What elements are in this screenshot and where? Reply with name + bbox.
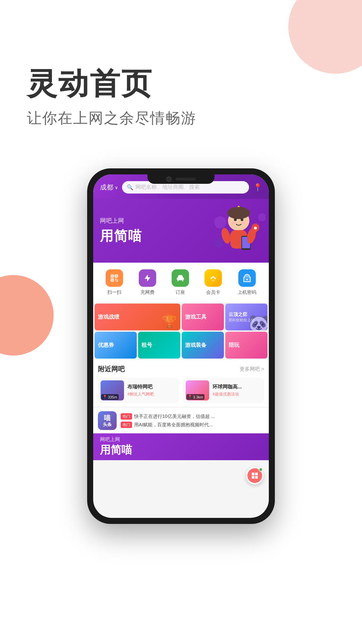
bottom-peek-subtitle: 网吧上网 xyxy=(100,436,132,443)
location-pin-button[interactable]: 📍 xyxy=(253,183,262,192)
front-camera xyxy=(166,176,172,182)
feature-coupon-label: 优惠券 xyxy=(98,342,114,349)
floating-action-button[interactable] xyxy=(246,467,263,484)
phone-notch xyxy=(147,174,215,184)
nearby-title: 附近网吧 xyxy=(98,365,125,374)
news-text-1: 快手正在进行10亿美元融资，估值超 ... xyxy=(134,414,215,420)
svg-rect-23 xyxy=(112,279,113,280)
action-book-label: 订座 xyxy=(176,289,185,296)
nearby-header: 附近网吧 更多网吧 > xyxy=(98,365,264,374)
action-password[interactable]: 上机密码 xyxy=(238,269,256,296)
nearby-info-1: 布瑞特网吧 #附近人气网吧 xyxy=(127,384,176,397)
banner-text: 网吧上网 用简喵 xyxy=(100,217,142,245)
svg-text:VIP: VIP xyxy=(212,279,215,282)
svg-point-5 xyxy=(241,218,243,221)
svg-point-30 xyxy=(246,279,248,280)
app-banner: 网吧上网 用简喵 xyxy=(93,199,269,263)
feature-grid: 游戏战绩 🏆 游戏工具 云顶之弈 黑科技助你上分 🐼 优惠券 xyxy=(95,304,267,359)
svg-point-3 xyxy=(227,207,250,219)
nearby-list: 📍 335m 布瑞特网吧 #附近人气网吧 xyxy=(98,378,264,403)
phone-frame: 成都 ∨ 🔍 网吧名称、地址商圈、搜索 📍 网吧上网 用简喵 xyxy=(87,168,275,524)
svg-rect-26 xyxy=(178,275,182,276)
feature-cloud-top[interactable]: 云顶之弈 黑科技助你上分 🐼 xyxy=(225,304,267,330)
password-icon xyxy=(238,269,256,287)
action-password-label: 上机密码 xyxy=(238,289,256,296)
news-list: 热门 快手正在进行10亿美元融资，估值超 ... 热门 用AI赋能，百度将全面拥… xyxy=(121,413,264,428)
recharge-icon xyxy=(139,269,156,287)
svg-rect-28 xyxy=(182,280,183,281)
news-logo: 喵 头条 xyxy=(98,411,117,430)
nearby-item-1[interactable]: 📍 335m 布瑞特网吧 #附近人气网吧 xyxy=(98,378,179,403)
float-notification-dot xyxy=(259,468,263,472)
nearby-name-2: 环球网咖高... xyxy=(213,384,261,390)
feature-equipment[interactable]: 游戏装备 xyxy=(182,332,224,359)
svg-point-17 xyxy=(214,238,223,247)
banner-title: 用简喵 xyxy=(100,227,142,245)
scan-icon xyxy=(106,269,123,287)
action-scan[interactable]: 扫一扫 xyxy=(106,269,123,296)
feature-accompany-label: 陪玩 xyxy=(229,342,239,349)
svg-rect-21 xyxy=(112,275,113,276)
nearby-tag-2: #超值优惠活动 xyxy=(213,391,261,397)
svg-point-6 xyxy=(231,222,235,224)
hero-subtitle: 让你在上网之余尽情畅游 xyxy=(27,108,335,128)
location-dropdown-icon: ∨ xyxy=(115,185,118,190)
nearby-info-2: 环球网咖高... #超值优惠活动 xyxy=(213,384,261,397)
book-icon xyxy=(172,269,189,287)
hot-badge-1: 热门 xyxy=(121,413,132,420)
nearby-more-button[interactable]: 更多网吧 > xyxy=(240,366,264,372)
feature-game-score-label: 游戏战绩 xyxy=(98,314,119,321)
news-text-2: 用AI赋能，百度将全面拥抱视频时代... xyxy=(134,422,213,428)
action-book[interactable]: 订座 xyxy=(172,269,189,296)
svg-rect-33 xyxy=(252,476,254,479)
feature-equipment-label: 游戏装备 xyxy=(185,342,206,349)
action-vip-label: 会员卡 xyxy=(206,289,220,296)
nearby-section: 附近网吧 更多网吧 > 📍 335m xyxy=(93,360,269,407)
feature-game-tools[interactable]: 游戏工具 xyxy=(182,304,224,330)
svg-rect-22 xyxy=(116,275,117,276)
location-button[interactable]: 成都 ∨ xyxy=(100,183,118,192)
svg-point-14 xyxy=(254,227,257,229)
distance-badge-1: 📍 335m xyxy=(101,394,119,400)
feature-game-tools-label: 游戏工具 xyxy=(185,314,206,321)
action-recharge-label: 充网费 xyxy=(140,289,155,296)
search-icon: 🔍 xyxy=(127,184,133,191)
svg-rect-24 xyxy=(177,277,184,280)
quick-actions: 扫一扫 充网费 xyxy=(93,263,269,302)
svg-point-7 xyxy=(242,222,246,224)
feature-accompany[interactable]: 陪玩 xyxy=(225,332,267,359)
news-logo-text: 喵 头条 xyxy=(103,414,112,427)
nearby-item-2[interactable]: 📍 3.3km 环球网咖高... #超值优惠活动 xyxy=(183,378,264,403)
feature-game-score[interactable]: 游戏战绩 🏆 xyxy=(95,304,180,330)
phone-wrapper: 成都 ∨ 🔍 网吧名称、地址商圈、搜索 📍 网吧上网 用简喵 xyxy=(0,168,362,544)
distance-badge-2: 📍 3.3km xyxy=(186,394,204,400)
svg-rect-31 xyxy=(252,473,254,475)
nearby-thumb-2: 📍 3.3km xyxy=(186,380,209,400)
svg-rect-34 xyxy=(255,476,258,479)
location-text: 成都 xyxy=(100,183,113,192)
news-item-2[interactable]: 热门 用AI赋能，百度将全面拥抱视频时代... xyxy=(121,422,264,428)
nearby-tag-1: #附近人气网吧 xyxy=(127,391,176,397)
phone-screen: 成都 ∨ 🔍 网吧名称、地址商圈、搜索 📍 网吧上网 用简喵 xyxy=(93,174,269,518)
bottom-peek-title: 用简喵 xyxy=(100,443,132,458)
search-placeholder-text: 网吧名称、地址商圈、搜索 xyxy=(135,184,200,191)
feature-coupon[interactable]: 优惠券 xyxy=(95,332,137,359)
action-recharge[interactable]: 充网费 xyxy=(139,269,156,296)
feature-rent[interactable]: 租号 xyxy=(138,332,180,359)
nearby-name-1: 布瑞特网吧 xyxy=(127,384,176,390)
vip-icon: VIP xyxy=(204,269,222,287)
svg-rect-32 xyxy=(255,473,258,475)
svg-point-15 xyxy=(214,216,226,228)
phone-speaker xyxy=(176,178,196,180)
hero-section: 灵动首页 让你在上网之余尽情畅游 xyxy=(0,0,362,148)
hot-badge-2: 热门 xyxy=(121,422,132,428)
banner-subtitle: 网吧上网 xyxy=(100,217,142,225)
news-section: 喵 头条 热门 快手正在进行10亿美元融资，估值超 ... 热门 用AI赋能，百… xyxy=(93,408,269,433)
hero-title: 灵动首页 xyxy=(27,67,335,100)
bottom-peek: 网吧上网 用简喵 xyxy=(93,433,269,460)
action-scan-label: 扫一扫 xyxy=(107,289,121,296)
svg-rect-27 xyxy=(177,280,178,281)
news-item-1[interactable]: 热门 快手正在进行10亿美元融资，估值超 ... xyxy=(121,413,264,420)
banner-character xyxy=(212,202,265,259)
action-vip[interactable]: VIP 会员卡 xyxy=(204,269,222,296)
